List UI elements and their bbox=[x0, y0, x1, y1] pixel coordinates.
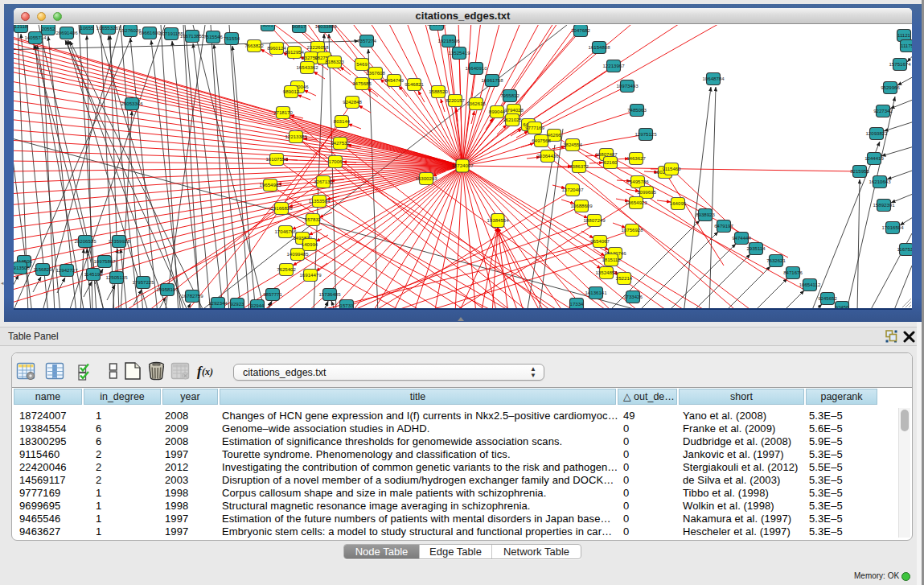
svg-text:15733: 15733 bbox=[340, 303, 355, 308]
svg-text:1244419: 1244419 bbox=[864, 155, 884, 161]
svg-text:10688609: 10688609 bbox=[570, 203, 593, 208]
svg-text:20206535: 20206535 bbox=[74, 238, 97, 244]
svg-text:12093822: 12093822 bbox=[865, 130, 888, 136]
svg-text:9245652: 9245652 bbox=[818, 295, 837, 301]
svg-text:7632621: 7632621 bbox=[766, 257, 786, 263]
svg-text:7625402: 7625402 bbox=[277, 266, 296, 272]
svg-text:92923: 92923 bbox=[231, 301, 245, 307]
svg-text:15892391: 15892391 bbox=[873, 202, 895, 208]
svg-text:12975125: 12975125 bbox=[634, 131, 657, 137]
svg-text:17359928: 17359928 bbox=[108, 238, 130, 244]
svg-text:75495786: 75495786 bbox=[626, 179, 649, 184]
svg-text:10655: 10655 bbox=[80, 25, 95, 31]
svg-text:3267130: 3267130 bbox=[314, 179, 333, 184]
svg-text:1292344: 1292344 bbox=[208, 300, 228, 306]
svg-text:19218506: 19218506 bbox=[437, 38, 460, 43]
svg-text:12505135: 12505135 bbox=[105, 274, 128, 280]
svg-text:10756928: 10756928 bbox=[621, 227, 643, 233]
svg-text:7485063: 7485063 bbox=[627, 107, 647, 113]
svg-text:3913506: 3913506 bbox=[14, 265, 30, 270]
svg-text:14055714: 14055714 bbox=[24, 35, 47, 40]
svg-text:106553267: 106553267 bbox=[97, 25, 121, 31]
svg-text:26053346: 26053346 bbox=[121, 101, 143, 106]
svg-text:19384554: 19384554 bbox=[487, 217, 509, 223]
svg-text:1156829: 1156829 bbox=[33, 266, 52, 272]
svg-text:18724007: 18724007 bbox=[451, 163, 474, 168]
svg-text:11121: 11121 bbox=[897, 32, 911, 38]
svg-text:16033809: 16033809 bbox=[314, 25, 337, 29]
svg-text:8220157: 8220157 bbox=[446, 97, 465, 103]
svg-text:18807249: 18807249 bbox=[583, 217, 606, 223]
svg-text:899044: 899044 bbox=[489, 109, 506, 114]
svg-text:17016504: 17016504 bbox=[881, 225, 904, 230]
svg-text:13654923: 13654923 bbox=[625, 200, 647, 205]
svg-text:19166825: 19166825 bbox=[270, 205, 293, 211]
svg-text:11175: 11175 bbox=[901, 43, 912, 48]
svg-text:11353594: 11353594 bbox=[309, 198, 331, 204]
svg-text:13524851: 13524851 bbox=[595, 270, 618, 275]
svg-text:20552: 20552 bbox=[42, 26, 56, 31]
svg-text:9242848: 9242848 bbox=[343, 99, 362, 105]
svg-text:2935114: 2935114 bbox=[746, 245, 766, 251]
svg-text:16914479: 16914479 bbox=[299, 272, 322, 278]
svg-text:92944: 92944 bbox=[251, 303, 265, 308]
svg-text:8912954: 8912954 bbox=[285, 49, 304, 55]
svg-text:16154808: 16154808 bbox=[588, 44, 610, 50]
svg-text:1815112: 1815112 bbox=[602, 257, 621, 262]
svg-text:9857771: 9857771 bbox=[263, 291, 282, 297]
svg-text:9794028: 9794028 bbox=[504, 107, 524, 113]
svg-text:10107553: 10107553 bbox=[265, 156, 288, 162]
svg-text:15751674: 15751674 bbox=[889, 61, 911, 67]
svg-text:106713855: 106713855 bbox=[180, 33, 205, 39]
svg-text:17957225: 17957225 bbox=[132, 279, 154, 285]
svg-text:16782759: 16782759 bbox=[181, 293, 203, 299]
svg-text:17334: 17334 bbox=[570, 301, 585, 307]
svg-text:7663822: 7663822 bbox=[244, 43, 264, 48]
svg-text:8454749: 8454749 bbox=[384, 77, 404, 83]
svg-text:90817: 90817 bbox=[293, 25, 307, 29]
svg-text:8938923: 8938923 bbox=[696, 212, 715, 217]
svg-text:7515546: 7515546 bbox=[203, 34, 223, 39]
svg-text:164095: 164095 bbox=[670, 200, 687, 206]
svg-text:12118: 12118 bbox=[14, 25, 28, 29]
svg-text:989012: 989012 bbox=[283, 89, 300, 94]
svg-text:(x): (x) bbox=[202, 366, 213, 377]
svg-text:5469: 5469 bbox=[356, 61, 368, 67]
svg-text:13525419: 13525419 bbox=[448, 50, 470, 56]
svg-text:17046766: 17046766 bbox=[274, 229, 297, 234]
svg-text:17006: 17006 bbox=[329, 159, 343, 164]
svg-text:10975867: 10975867 bbox=[93, 258, 116, 264]
svg-text:20691406: 20691406 bbox=[55, 30, 78, 35]
svg-text:252214: 252214 bbox=[616, 275, 633, 281]
svg-text:1099695: 1099695 bbox=[637, 189, 656, 195]
svg-text:9227342: 9227342 bbox=[873, 108, 893, 113]
svg-text:14099485: 14099485 bbox=[286, 251, 309, 257]
svg-text:16543362: 16543362 bbox=[296, 64, 318, 70]
svg-text:7386372: 7386372 bbox=[569, 163, 589, 169]
svg-text:2718170: 2718170 bbox=[273, 109, 293, 115]
svg-text:10958107: 10958107 bbox=[156, 286, 179, 292]
svg-text:14136141: 14136141 bbox=[585, 290, 607, 295]
svg-text:10648784: 10648784 bbox=[702, 76, 725, 81]
svg-text:803144: 803144 bbox=[334, 118, 351, 124]
svg-text:9081: 9081 bbox=[262, 25, 273, 27]
svg-text:557832: 557832 bbox=[305, 216, 322, 222]
svg-text:8813054: 8813054 bbox=[427, 25, 446, 27]
svg-text:8960124: 8960124 bbox=[267, 45, 286, 51]
svg-text:69661600: 69661600 bbox=[138, 30, 161, 35]
svg-text:8186323: 8186323 bbox=[325, 59, 344, 64]
svg-text:12213383: 12213383 bbox=[285, 134, 307, 139]
svg-text:15736485: 15736485 bbox=[318, 291, 341, 297]
svg-text:1588520: 1588520 bbox=[429, 89, 448, 94]
svg-text:8215955: 8215955 bbox=[850, 168, 869, 174]
svg-text:16640910: 16640910 bbox=[465, 65, 487, 71]
svg-text:9427532: 9427532 bbox=[331, 140, 350, 146]
svg-text:1145194: 1145194 bbox=[84, 271, 103, 277]
svg-text:12942737: 12942737 bbox=[55, 267, 78, 273]
svg-text:8471676: 8471676 bbox=[783, 270, 803, 275]
svg-text:1463627: 1463627 bbox=[626, 155, 646, 161]
svg-text:15300293: 15300293 bbox=[415, 175, 437, 181]
svg-text:7955812: 7955812 bbox=[500, 93, 519, 98]
svg-text:3824554: 3824554 bbox=[563, 142, 582, 147]
svg-text:13720407: 13720407 bbox=[561, 187, 584, 192]
